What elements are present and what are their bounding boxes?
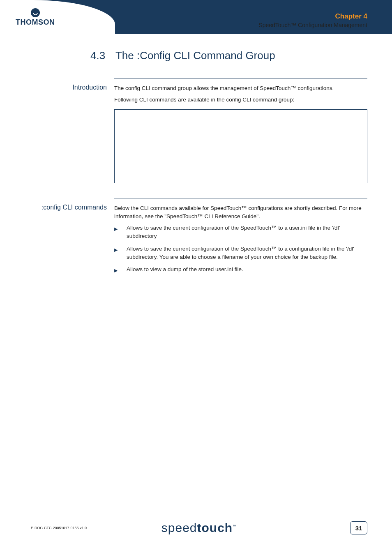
commands-intro: Below the CLI commands available for Spe… (114, 204, 367, 221)
cli-command-box (114, 109, 367, 183)
section-commands: :config CLI commands Below the CLI comma… (0, 198, 367, 278)
heading-number: 4.3 (90, 49, 105, 62)
section-introduction: Introduction The config CLI command grou… (0, 78, 367, 193)
triangle-right-icon: ▶ (114, 265, 127, 274)
footer: E-DOC-CTC-20051017-0155 v1.0 speedtouch™… (31, 521, 367, 534)
page-title: 4.3 The :Config CLI Command Group (90, 49, 367, 62)
section-label-intro: Introduction (0, 78, 114, 91)
intro-para-1: The config CLI command group allows the … (114, 84, 367, 92)
tm-symbol: ™ (233, 524, 237, 528)
section-body-intro: The config CLI command group allows the … (114, 78, 367, 193)
chapter-title: Chapter 4 (258, 12, 367, 21)
brand-logo: THOMSON (16, 8, 55, 27)
intro-para-2: Following CLI commands are available in … (114, 96, 367, 104)
logo-light: speed (161, 521, 197, 534)
bullet-text-2: Allows to save the current configuration… (127, 245, 367, 262)
list-item: ▶ Allows to save the current configurati… (114, 224, 367, 241)
chapter-label: Chapter 4 SpeedTouch™ Configuration Mana… (258, 12, 367, 28)
list-item: ▶ Allows to view a dump of the stored us… (114, 265, 367, 274)
bullet-list: ▶ Allows to save the current configurati… (114, 224, 367, 274)
brand-text: THOMSON (16, 18, 55, 27)
list-item: ▶ Allows to save the current configurati… (114, 245, 367, 262)
heading-text: The :Config CLI Command Group (115, 49, 275, 62)
content-area: Introduction The config CLI command grou… (0, 78, 367, 283)
section-label-commands: :config CLI commands (0, 198, 114, 211)
triangle-right-icon: ▶ (114, 224, 127, 233)
doc-id: E-DOC-CTC-20051017-0155 v1.0 (31, 526, 87, 530)
bullet-text-1: Allows to save the current configuration… (127, 224, 367, 241)
logo-icon (31, 8, 40, 17)
bullet-text-3: Allows to view a dump of the stored user… (127, 265, 367, 274)
chapter-subtitle: SpeedTouch™ Configuration Management (258, 22, 367, 28)
footer-logo: speedtouch™ (161, 521, 237, 535)
logo-bold: touch (197, 521, 233, 534)
page-number: 31 (350, 521, 367, 534)
triangle-right-icon: ▶ (114, 245, 127, 253)
section-body-commands: Below the CLI commands available for Spe… (114, 198, 367, 278)
